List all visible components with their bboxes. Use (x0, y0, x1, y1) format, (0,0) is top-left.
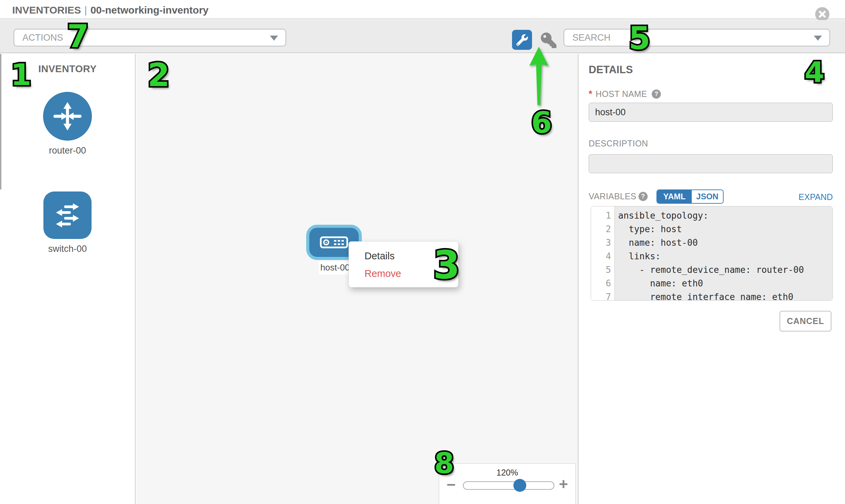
tab-yaml[interactable]: YAML (657, 190, 692, 203)
sidebar-item-switch[interactable]: switch-00 (0, 192, 135, 254)
zoom-control: 120% − + (439, 463, 576, 504)
code-line: - remote_device_name: router-00 (618, 263, 832, 276)
sidebar-item-label: router-00 (49, 145, 86, 156)
key-button[interactable] (540, 32, 558, 49)
zoom-percent-label: 120% (439, 468, 576, 478)
cancel-button[interactable]: CANCEL (779, 311, 831, 331)
code-line: type: host (618, 222, 832, 236)
context-menu-item-details[interactable]: Details (349, 247, 458, 265)
help-icon[interactable]: ? (638, 192, 648, 201)
inventory-sidebar: INVENTORY router-00 (0, 54, 136, 504)
host-icon (320, 236, 348, 249)
breadcrumb-section: INVENTORIES (12, 4, 81, 16)
key-icon (541, 33, 557, 48)
host-node-label: host-00 (319, 261, 351, 274)
sidebar-title: INVENTORY (0, 64, 135, 75)
code-line: name: eth0 (618, 276, 832, 290)
switch-icon (43, 192, 91, 239)
code-line: name: host-00 (618, 236, 832, 250)
variables-row: VARIABLES ? YAML JSON EXPAND (589, 190, 833, 204)
line-number: 1 (591, 209, 614, 222)
actions-dropdown-label: ACTIONS (14, 33, 63, 43)
expand-link[interactable]: EXPAND (798, 192, 833, 202)
code-line: remote_interface_name: eth0 (618, 290, 832, 301)
context-menu-item-remove[interactable]: Remove (349, 265, 458, 282)
search-dropdown[interactable]: SEARCH (564, 29, 830, 47)
zoom-slider-thumb[interactable] (513, 479, 526, 492)
host-name-label-row: * HOST NAME ? (589, 89, 661, 99)
caret-down-icon (270, 36, 278, 41)
topology-canvas[interactable]: host-00 Details Remove 120% − + (136, 54, 579, 504)
line-number: 5 (591, 263, 614, 276)
app-root: INVENTORIES|00-networking-inventory ACTI… (0, 0, 845, 504)
line-number: 7 (591, 290, 614, 301)
details-panel-title: DETAILS (589, 64, 633, 76)
close-icon (818, 11, 826, 18)
description-label: DESCRIPTION (589, 139, 648, 148)
router-icon (43, 92, 92, 141)
line-number: 2 (591, 222, 614, 236)
line-number: 4 (591, 250, 614, 263)
zoom-in-button[interactable]: + (559, 477, 568, 491)
host-name-input[interactable] (589, 103, 833, 122)
editor-code: ansible_topology: type: host name: host-… (615, 206, 832, 300)
description-input[interactable] (589, 154, 833, 173)
line-number: 3 (591, 236, 614, 250)
breadcrumb: INVENTORIES|00-networking-inventory (12, 4, 209, 16)
context-menu: Details Remove (349, 241, 458, 287)
variables-editor[interactable]: 1 2 3 4 5 6 7 ansible_topology: type: ho… (591, 206, 833, 301)
host-name-label: HOST NAME (596, 89, 647, 99)
tab-json[interactable]: JSON (692, 190, 723, 203)
caret-down-icon (814, 36, 822, 41)
page-header: INVENTORIES|00-networking-inventory (0, 0, 845, 19)
wrench-icon (516, 34, 528, 46)
zoom-out-button[interactable]: − (446, 478, 456, 491)
search-dropdown-label: SEARCH (564, 33, 611, 43)
toolbox-button[interactable] (512, 30, 532, 50)
details-panel: DETAILS * HOST NAME ? DESCRIPTION VARIAB… (579, 54, 845, 504)
code-line: links: (618, 250, 832, 263)
toolbar: ACTIONS SEARCH (0, 20, 845, 53)
breadcrumb-separator: | (81, 4, 90, 16)
required-asterisk: * (589, 89, 592, 99)
help-icon[interactable]: ? (652, 89, 661, 98)
sidebar-item-router[interactable]: router-00 (0, 92, 135, 156)
line-number: 6 (591, 276, 614, 290)
close-button[interactable] (815, 7, 829, 21)
page-title: 00-networking-inventory (90, 4, 209, 16)
format-toggle: YAML JSON (656, 190, 724, 204)
sidebar-item-label: switch-00 (48, 244, 87, 254)
actions-dropdown[interactable]: ACTIONS (14, 29, 286, 47)
code-line: ansible_topology: (618, 209, 832, 222)
zoom-slider-track[interactable] (463, 481, 554, 490)
editor-gutter: 1 2 3 4 5 6 7 (591, 206, 615, 300)
variables-label: VARIABLES (589, 192, 636, 201)
